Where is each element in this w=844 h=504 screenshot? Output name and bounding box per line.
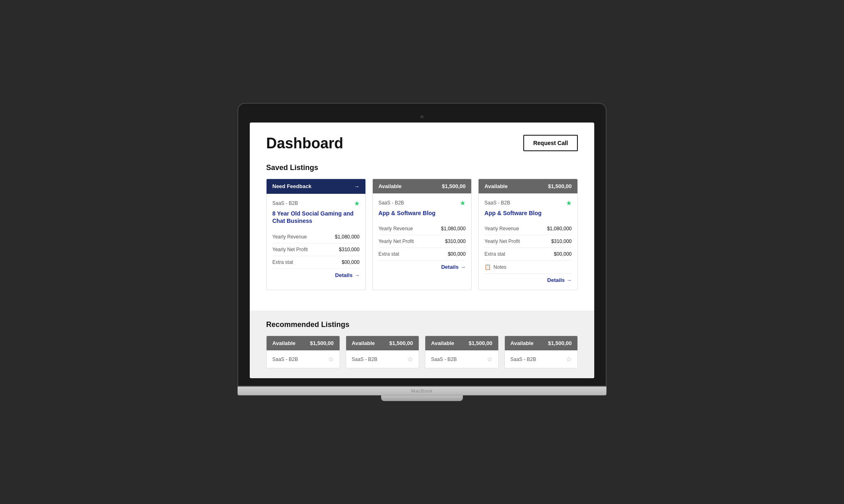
notes-label: Notes <box>493 264 506 270</box>
card-1-title: 8 Year Old Social Gaming and Chat Busine… <box>272 210 360 225</box>
stat-value: $1,080,000 <box>547 226 572 232</box>
rec-card-3-body: SaaS - B2B ☆ <box>505 350 578 368</box>
stat-label: Yearly Revenue <box>272 234 307 240</box>
stat-label: Yearly Net Profit <box>484 238 520 244</box>
stat-value: $00,000 <box>342 259 359 265</box>
rec-card-0-star-icon[interactable]: ☆ <box>328 355 334 363</box>
card-1-stat-2: Extra stat $00,000 <box>272 256 360 269</box>
dashboard-header: Dashboard Request Call <box>266 135 578 152</box>
card-2-details-link[interactable]: Details → <box>441 264 466 270</box>
rec-card-2-category: SaaS - B2B <box>431 356 457 362</box>
card-1-category: SaaS - B2B <box>272 200 298 206</box>
card-3-footer: Details → <box>484 274 572 284</box>
request-call-button[interactable]: Request Call <box>523 135 578 151</box>
card-2-title: App & Software Blog <box>379 209 466 217</box>
rec-card-0-price: $1,500,00 <box>310 340 334 346</box>
listing-card-2: Available $1,500,00 SaaS - B2B ★ App & S… <box>372 179 472 291</box>
details-arrow-icon: → <box>460 264 465 270</box>
stat-label: Yearly Net Profit <box>379 238 414 244</box>
rec-card-2-header: Available $1,500,00 <box>425 336 498 350</box>
card-3-star-icon[interactable]: ★ <box>566 199 572 207</box>
rec-card-1-cat-row: SaaS - B2B ☆ <box>352 355 413 363</box>
card-2-category-row: SaaS - B2B ★ <box>379 199 466 207</box>
rec-card-0-label: Available <box>272 340 296 346</box>
card-3-stat-2: Extra stat $00,000 <box>484 248 572 261</box>
laptop-container: Dashboard Request Call Saved Listings Ne… <box>237 103 607 402</box>
macbook-label: MacBook <box>238 387 606 395</box>
screen: Dashboard Request Call Saved Listings Ne… <box>250 123 594 379</box>
card-3-stat-1: Yearly Net Profit $310,000 <box>484 235 572 248</box>
card-1-header-label: Need Feedback <box>272 183 311 189</box>
laptop-foot <box>381 395 463 401</box>
stat-label: Yearly Revenue <box>379 226 413 232</box>
rec-card-0-body: SaaS - B2B ☆ <box>267 350 340 368</box>
rec-card-0-category: SaaS - B2B <box>272 356 298 362</box>
rec-card-3-header: Available $1,500,00 <box>505 336 578 350</box>
stat-value: $00,000 <box>448 251 465 257</box>
card-3-header: Available $1,500,00 <box>479 179 577 193</box>
stat-label: Extra stat <box>379 251 399 257</box>
saved-listings-grid: Need Feedback → SaaS - B2B ★ 8 Year Old … <box>266 179 578 291</box>
rec-card-3-star-icon[interactable]: ☆ <box>566 355 572 363</box>
rec-card-1-price: $1,500,00 <box>389 340 413 346</box>
card-1-footer: Details → <box>272 269 360 279</box>
recommended-listings-title: Recommended Listings <box>266 320 578 329</box>
listing-card-3: Available $1,500,00 SaaS - B2B ★ App & S… <box>478 179 578 291</box>
saved-listings-title: Saved Listings <box>266 163 578 172</box>
stat-label: Yearly Net Profit <box>272 247 308 252</box>
card-2-stat-1: Yearly Net Profit $310,000 <box>379 235 466 248</box>
rec-card-3-price: $1,500,00 <box>548 340 572 346</box>
rec-card-3-label: Available <box>511 340 534 346</box>
recommended-listings-section: Recommended Listings Available $1,500,00… <box>250 311 594 378</box>
card-2-header-price: $1,500,00 <box>442 183 465 189</box>
rec-card-1: Available $1,500,00 SaaS - B2B ☆ <box>346 336 420 368</box>
card-2-stat-0: Yearly Revenue $1,080,000 <box>379 222 466 235</box>
rec-card-2-price: $1,500,00 <box>469 340 493 346</box>
rec-card-1-header: Available $1,500,00 <box>346 336 419 350</box>
card-2-header-label: Available <box>379 183 402 189</box>
rec-card-2-cat-row: SaaS - B2B ☆ <box>431 355 493 363</box>
rec-card-1-star-icon[interactable]: ☆ <box>407 355 413 363</box>
stat-value: $310,000 <box>339 247 360 252</box>
page-title: Dashboard <box>266 135 343 152</box>
rec-card-2-label: Available <box>431 340 454 346</box>
listing-card-1: Need Feedback → SaaS - B2B ★ 8 Year Old … <box>266 179 366 291</box>
stat-label: Extra stat <box>272 259 293 265</box>
rec-card-1-label: Available <box>352 340 375 346</box>
card-3-category-row: SaaS - B2B ★ <box>484 199 572 207</box>
details-arrow-icon: → <box>354 272 360 278</box>
saved-listings-section: Saved Listings Need Feedback → SaaS - B2… <box>266 163 578 291</box>
card-1-stat-0: Yearly Revenue $1,080,000 <box>272 231 360 243</box>
card-2-star-icon[interactable]: ★ <box>460 199 465 207</box>
rec-card-3-category: SaaS - B2B <box>511 356 536 362</box>
card-3-details-link[interactable]: Details → <box>547 277 572 283</box>
card-1-stat-1: Yearly Net Profit $310,000 <box>272 243 360 256</box>
rec-card-2-body: SaaS - B2B ☆ <box>425 350 498 368</box>
card-1-details-link[interactable]: Details → <box>335 272 360 278</box>
recommended-listings-grid: Available $1,500,00 SaaS - B2B ☆ Av <box>266 336 578 368</box>
stat-value: $1,080,000 <box>335 234 360 240</box>
card-2-body: SaaS - B2B ★ App & Software Blog Yearly … <box>373 193 472 277</box>
card-1-star-icon[interactable]: ★ <box>354 200 360 207</box>
rec-card-0-header: Available $1,500,00 <box>267 336 340 350</box>
details-arrow-icon: → <box>566 277 572 283</box>
rec-card-2-star-icon[interactable]: ☆ <box>487 355 493 363</box>
stat-label: Yearly Revenue <box>484 226 519 232</box>
stat-value: $1,080,000 <box>441 226 465 232</box>
stat-value: $310,000 <box>445 238 465 244</box>
card-3-header-label: Available <box>484 183 508 189</box>
notes-icon: 📋 <box>484 264 491 270</box>
card-3-notes-row[interactable]: 📋 Notes <box>484 261 572 274</box>
rec-card-3: Available $1,500,00 SaaS - B2B ☆ <box>504 336 578 368</box>
card-1-arrow-icon: → <box>354 183 360 190</box>
laptop-bottom <box>237 395 607 401</box>
stat-label: Extra stat <box>484 251 505 257</box>
card-2-footer: Details → <box>379 261 466 271</box>
rec-card-0-cat-row: SaaS - B2B ☆ <box>272 355 334 363</box>
camera <box>420 115 424 118</box>
card-2-category: SaaS - B2B <box>379 200 404 206</box>
card-1-body: SaaS - B2B ★ 8 Year Old Social Gaming an… <box>267 194 365 285</box>
card-3-category: SaaS - B2B <box>484 200 510 206</box>
stat-value: $310,000 <box>551 238 572 244</box>
stat-value: $00,000 <box>554 251 572 257</box>
